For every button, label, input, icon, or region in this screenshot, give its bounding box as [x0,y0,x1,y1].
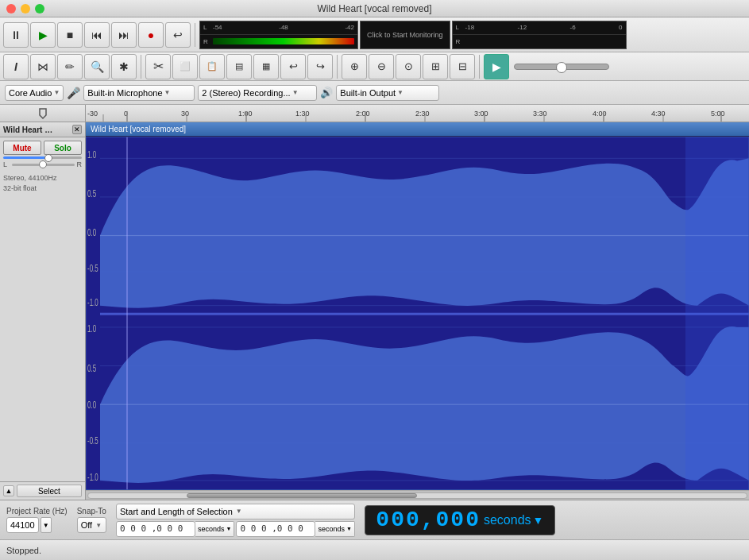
project-rate-input[interactable]: 44100 [6,517,39,533]
time-display: 000,000 seconds ▼ [365,505,555,535]
time-dropdown-arrow[interactable]: ▼ [533,514,544,527]
sel2-input-row: 0 0 0 ,0 0 0 seconds ▼ [236,521,354,537]
vu-out-4: 0 [619,24,622,31]
window-title: Wild Heart [vocal removed] [317,3,431,14]
svg-text:1.0: 1.0 [87,150,96,160]
record-button[interactable]: ● [138,22,164,48]
pan-thumb[interactable] [39,160,47,168]
output-arrow: ▼ [397,89,403,96]
play-button[interactable]: ▶ [30,22,56,48]
time-digits: 000,000 [376,508,481,532]
playhead-icon [37,107,49,120]
speed-slider[interactable] [514,64,609,70]
ruler-ticks: -30 0 30 1:00 1:30 2:00 2:30 3:00 3:30 [86,105,749,122]
collapse-button[interactable]: ▲ [3,485,14,496]
zoom-selection-button[interactable]: ⊙ [396,54,421,79]
snap-to-arrow: ▼ [95,522,102,529]
trim-button[interactable]: ▤ [226,54,252,79]
track-name: Wild Heart [vo... [3,126,55,134]
paste-button[interactable]: 📋 [199,54,225,79]
minimize-button[interactable] [21,4,30,14]
gain-slider[interactable] [3,156,82,159]
selection-start-input[interactable]: 0 0 0 ,0 0 0 [116,521,195,537]
selection-section: Start and Length of Selection ▼ 0 0 0 ,0… [116,504,355,537]
mic-select-arrow: ▼ [164,89,171,96]
waveform-title: Wild Heart [vocal removed] [91,125,186,133]
audio-host-arrow: ▼ [53,89,60,96]
sel2-unit[interactable]: seconds ▼ [315,521,354,537]
track-close-button[interactable]: ✕ [72,125,82,134]
undo-button[interactable]: ↩ [280,54,306,79]
time-unit: seconds [484,513,531,527]
channels-arrow: ▼ [292,89,299,96]
svg-text:-0.5: -0.5 [87,436,98,446]
envelope-tool-button[interactable]: ⋈ [30,54,56,79]
redo-button[interactable]: ↪ [307,54,333,79]
main-content: Wild Heart [vo... ✕ Mute Solo L R [0,122,749,500]
silence-button[interactable]: ▦ [253,54,279,79]
microphone-select[interactable]: Built-in Microphone ▼ [83,85,195,101]
copy-button[interactable]: ⬜ [172,54,198,79]
maximize-button[interactable] [35,4,44,14]
output-device-select[interactable]: Built-in Output ▼ [336,85,439,101]
project-rate-section: Project Rate (Hz) 44100 ▼ [6,507,68,533]
waveform-canvas[interactable]: 1.0 0.5 0.0 -0.5 -1.0 1.0 0.5 0.0 -0.5 -… [86,137,749,490]
pause-button[interactable]: ⏸ [3,22,29,48]
speed-thumb[interactable] [556,62,567,73]
audio-device-row: Core Audio ▼ 🎤 Built-in Microphone ▼ 2 (… [0,81,749,105]
zoom-fit-button[interactable]: ⊞ [423,54,448,79]
snap-to-select[interactable]: Off ▼ [77,517,106,533]
zoom-in-button[interactable]: ⊕ [342,54,367,79]
close-button[interactable] [6,4,16,14]
separator-3 [337,55,338,79]
stop-button[interactable]: ■ [57,22,83,48]
play-speed-button[interactable]: ▶ [484,54,509,79]
tools-toolbar: I ⋈ ✏ 🔍 ✱ ✂ ⬜ 📋 ▤ ▦ ↩ ↪ ⊕ ⊖ ⊙ ⊞ ⊟ ▶ [0,52,749,81]
separator-4 [479,55,480,79]
svg-text:1:30: 1:30 [295,110,310,118]
svg-text:5:00: 5:00 [711,110,725,118]
mute-button[interactable]: Mute [3,141,41,155]
cut-button[interactable]: ✂ [145,54,171,79]
zoom-out-button[interactable]: ⊖ [369,54,394,79]
selection-end-input[interactable]: 0 0 0 ,0 0 0 [236,521,315,537]
select-tool-button[interactable]: I [3,54,29,79]
audio-host-select[interactable]: Core Audio ▼ [5,85,64,101]
svg-text:3:00: 3:00 [474,110,488,118]
gain-thumb[interactable] [44,154,52,162]
select-track-button[interactable]: Select [17,485,82,497]
svg-text:4:00: 4:00 [593,110,607,118]
click-to-start-monitoring[interactable]: Click to Start Monitoring [360,21,450,49]
separator-2 [141,55,141,79]
scrollbar-thumb[interactable] [187,493,417,498]
draw-tool-button[interactable]: ✏ [57,54,83,79]
horizontal-scrollbar[interactable] [86,490,749,500]
sel2-value: 0 0 0 ,0 0 0 [240,523,303,534]
waveform-svg: 1.0 0.5 0.0 -0.5 -1.0 1.0 0.5 0.0 -0.5 -… [86,137,749,490]
transport-toolbar: ⏸ ▶ ■ ⏮ ⏭ ● ↩ L -54 -48 -42 R Click to S… [0,17,749,52]
recording-channels-label: 2 (Stereo) Recording... [202,88,290,98]
project-rate-dropdown[interactable]: ▼ [41,517,52,533]
loop-button[interactable]: ↩ [165,22,191,48]
timeline-ruler: -30 0 30 1:00 1:30 2:00 2:30 3:00 3:30 [0,105,749,122]
selection-arrow: ▼ [236,508,242,515]
track-bottom-row: ▲ Select [0,481,85,500]
recording-channels-select[interactable]: 2 (Stereo) Recording... ▼ [198,85,317,101]
sel1-value: 0 0 0 ,0 0 0 [120,523,183,534]
skip-back-button[interactable]: ⏮ [84,22,110,48]
svg-text:1.0: 1.0 [87,323,96,334]
svg-text:-0.5: -0.5 [87,263,98,273]
sel1-unit[interactable]: seconds ▼ [195,521,234,537]
selection-type-select[interactable]: Start and Length of Selection ▼ [116,504,355,519]
status-bar: Stopped. [0,539,749,560]
scrollbar-track[interactable] [87,492,747,499]
solo-button[interactable]: Solo [44,141,82,155]
zoom-tool-button[interactable]: 🔍 [84,54,110,79]
svg-text:0.5: 0.5 [87,364,96,374]
skip-forward-button[interactable]: ⏭ [111,22,137,48]
track-info-line1: Stereo, 44100Hz [3,173,82,183]
vu-out-1: -18 [465,24,475,31]
zoom-toggle-button[interactable]: ⊟ [450,54,475,79]
pan-slider[interactable] [12,164,75,166]
timeshift-tool-button[interactable]: ✱ [111,54,137,79]
